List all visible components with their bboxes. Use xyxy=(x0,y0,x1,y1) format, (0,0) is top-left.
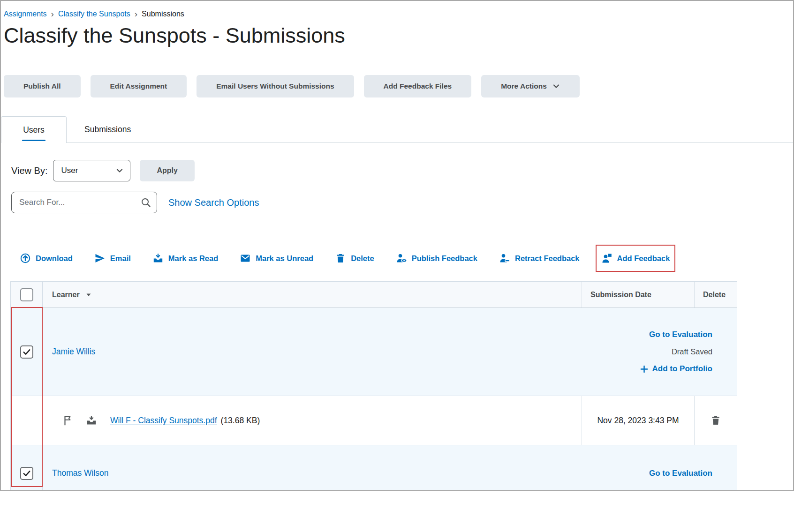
table-header-row: Learner Submission Date Delete xyxy=(11,282,737,308)
mark-read-icon xyxy=(152,253,164,264)
learner-link-thomas-wilson[interactable]: Thomas Wilson xyxy=(52,468,109,478)
plus-icon xyxy=(640,365,648,373)
breadcrumb-link-classify-the-sunspots[interactable]: Classify the Sunspots xyxy=(58,10,130,18)
submission-date-value: Nov 28, 2023 3:43 PM xyxy=(597,414,679,427)
edit-assignment-button[interactable]: Edit Assignment xyxy=(91,75,187,97)
view-by-label: View By: xyxy=(11,165,47,176)
delete-column-header: Delete xyxy=(695,282,737,307)
mark-as-unread-button[interactable]: Mark as Unread xyxy=(240,253,313,264)
submission-date-header-label: Submission Date xyxy=(590,291,651,299)
submission-file-cell: Will F - Classify Sunspots.pdf (13.68 KB… xyxy=(43,396,582,445)
tab-divider-line xyxy=(1,142,793,143)
search-box xyxy=(11,192,157,213)
email-users-without-submissions-button[interactable]: Email Users Without Submissions xyxy=(197,75,354,97)
publish-all-button[interactable]: Publish All xyxy=(4,75,81,97)
more-actions-label: More Actions xyxy=(501,82,547,90)
learner-name-cell: Thomas Wilson xyxy=(43,445,559,491)
learner-header-label: Learner xyxy=(52,291,80,299)
submission-date-cell: Nov 28, 2023 3:43 PM xyxy=(582,396,695,445)
checkmark-icon xyxy=(22,469,31,478)
tab-submissions[interactable]: Submissions xyxy=(67,116,131,143)
publish-feedback-icon xyxy=(396,253,407,264)
row-actions-cell: Go to Evaluation Draft Saved Add to Port… xyxy=(559,308,737,396)
breadcrumb-link-assignments[interactable]: Assignments xyxy=(4,10,47,18)
view-by-select[interactable]: User xyxy=(53,160,130,181)
delete-header-label: Delete xyxy=(703,291,726,299)
go-to-evaluation-link-thomas-wilson[interactable]: Go to Evaluation xyxy=(649,469,712,478)
breadcrumb-current-page: Submissions xyxy=(142,10,184,18)
file-name-group: Will F - Classify Sunspots.pdf (13.68 KB… xyxy=(110,416,260,426)
row-select-cell xyxy=(11,308,43,396)
trash-icon xyxy=(335,253,346,264)
delete-submission-cell xyxy=(695,396,737,445)
file-size-label: (13.68 KB) xyxy=(221,416,260,426)
page-title: Classify the Sunspots - Submissions xyxy=(4,23,793,48)
app-window: Assignments › Classify the Sunspots › Su… xyxy=(0,0,794,491)
send-email-icon xyxy=(94,253,106,264)
checkmark-icon xyxy=(22,347,31,357)
breadcrumb: Assignments › Classify the Sunspots › Su… xyxy=(4,9,793,18)
read-receipt-icon xyxy=(86,415,97,426)
publish-feedback-button[interactable]: Publish Feedback xyxy=(396,253,477,264)
add-feedback-icon xyxy=(601,253,613,264)
table-row-jamie-willis: Jamie Willis Go to Evaluation Draft Save… xyxy=(11,308,737,396)
add-to-portfolio-link[interactable]: Add to Portfolio xyxy=(640,364,712,374)
learner-name-cell: Jamie Willis xyxy=(43,308,559,396)
select-all-cell xyxy=(11,282,43,307)
mark-as-read-label: Mark as Read xyxy=(168,254,218,263)
go-to-evaluation-link-jamie-willis[interactable]: Go to Evaluation xyxy=(649,330,712,339)
learner-column-header[interactable]: Learner xyxy=(43,282,582,307)
apply-button[interactable]: Apply xyxy=(140,160,194,181)
add-feedback-label: Add Feedback xyxy=(617,254,670,263)
add-feedback-files-button[interactable]: Add Feedback Files xyxy=(364,75,472,97)
draft-saved-status[interactable]: Draft Saved xyxy=(672,347,712,356)
table-row-submission-file: Will F - Classify Sunspots.pdf (13.68 KB… xyxy=(11,396,737,445)
add-feedback-button[interactable]: Add Feedback xyxy=(601,253,670,264)
row-actions-cell: Go to Evaluation xyxy=(559,445,737,491)
retract-feedback-button[interactable]: Retract Feedback xyxy=(499,253,580,264)
submission-file-link[interactable]: Will F - Classify Sunspots.pdf xyxy=(110,416,217,426)
retract-feedback-label: Retract Feedback xyxy=(515,254,580,263)
search-row: Show Search Options xyxy=(11,192,793,213)
delete-submission-icon[interactable] xyxy=(710,415,721,426)
tab-submissions-label: Submissions xyxy=(84,125,131,135)
mark-unread-icon xyxy=(240,253,251,264)
chevron-down-icon xyxy=(116,167,123,174)
submissions-toolbar: Download Email Mark as Read Mark as Unre… xyxy=(20,253,793,264)
row-checkbox-jamie-willis[interactable] xyxy=(20,345,33,359)
view-by-selected-value: User xyxy=(61,166,78,175)
email-label: Email xyxy=(110,254,131,263)
show-search-options-link[interactable]: Show Search Options xyxy=(168,197,259,208)
add-to-portfolio-label: Add to Portfolio xyxy=(652,364,712,374)
row-checkbox-thomas-wilson[interactable] xyxy=(20,467,33,480)
delete-button[interactable]: Delete xyxy=(335,253,374,264)
mark-as-unread-label: Mark as Unread xyxy=(256,254,313,263)
more-actions-button[interactable]: More Actions xyxy=(481,75,580,97)
search-input[interactable] xyxy=(19,198,141,207)
breadcrumb-separator-icon: › xyxy=(51,9,54,18)
tab-users-label: Users xyxy=(23,125,45,135)
learner-link-jamie-willis[interactable]: Jamie Willis xyxy=(52,347,95,357)
row-select-cell-empty xyxy=(11,396,43,445)
chevron-down-icon xyxy=(552,82,560,90)
row-select-cell xyxy=(11,445,43,491)
search-icon[interactable] xyxy=(141,197,151,208)
download-icon xyxy=(20,253,31,264)
action-button-row: Publish All Edit Assignment Email Users … xyxy=(4,75,793,97)
submission-date-column-header: Submission Date xyxy=(582,282,695,307)
retract-feedback-icon xyxy=(499,253,510,264)
download-button[interactable]: Download xyxy=(20,253,73,264)
sort-dropdown-icon xyxy=(86,292,91,298)
download-label: Download xyxy=(36,254,73,263)
publish-feedback-label: Publish Feedback xyxy=(412,254,477,263)
tab-users[interactable]: Users xyxy=(1,116,67,143)
email-button[interactable]: Email xyxy=(94,253,131,264)
view-by-row: View By: User Apply xyxy=(11,160,793,181)
delete-label: Delete xyxy=(351,254,374,263)
select-all-checkbox[interactable] xyxy=(20,288,33,301)
flag-icon[interactable] xyxy=(62,415,73,426)
mark-as-read-button[interactable]: Mark as Read xyxy=(152,253,218,264)
table-row-thomas-wilson: Thomas Wilson Go to Evaluation xyxy=(11,445,737,491)
breadcrumb-separator-icon: › xyxy=(135,9,137,18)
submissions-table: Learner Submission Date Delete Jamie Wil… xyxy=(10,281,737,491)
